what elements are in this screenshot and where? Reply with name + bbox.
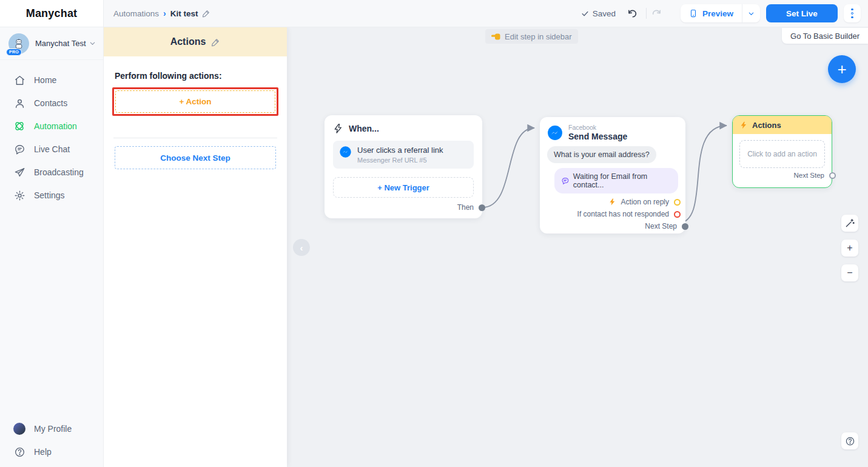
- preview-dropdown-button[interactable]: [742, 4, 760, 22]
- question-circle-icon: [845, 436, 855, 446]
- tutorial-highlight-box: + Action: [112, 87, 278, 116]
- topbar-actions: Saved Preview Set Live: [581, 4, 861, 22]
- send-message-ports: Action on reply If contact has not respo…: [547, 198, 678, 230]
- pointing-hand-icon: [491, 33, 500, 41]
- then-connector-dot[interactable]: [479, 204, 485, 211]
- flow-title: Kit test: [170, 9, 198, 18]
- reply-bubble-icon: [561, 176, 570, 186]
- help-button[interactable]: [841, 432, 858, 449]
- redo-button[interactable]: [651, 8, 662, 19]
- sidebar-item-broadcasting[interactable]: Broadcasting: [0, 161, 103, 184]
- more-options-kebab-button[interactable]: [844, 4, 861, 22]
- sidebar-nav: Home Contacts Automation Live Chat Broad…: [0, 69, 103, 207]
- gear-icon: [13, 189, 25, 201]
- breadcrumb-automations[interactable]: Automations: [113, 9, 159, 18]
- breadcrumb-chevron-icon: ›: [163, 8, 166, 18]
- messenger-icon: [339, 146, 352, 158]
- question-circle-icon: [13, 446, 25, 458]
- add-action-button[interactable]: + Action: [115, 90, 275, 113]
- add-action-placeholder-button[interactable]: Click to add an action: [739, 140, 825, 168]
- send-message-node[interactable]: Facebook Send Message What is your email…: [540, 117, 685, 234]
- sidebar-item-settings[interactable]: Settings: [0, 184, 103, 207]
- sidebar-footer: My Profile Help: [0, 417, 103, 467]
- automation-icon: [13, 120, 25, 132]
- add-step-fab-button[interactable]: +: [828, 55, 856, 83]
- go-to-basic-builder-button[interactable]: Go To Basic Builder: [782, 28, 868, 44]
- waiting-for-reply-bubble[interactable]: Waiting for Email from contact...: [554, 168, 678, 193]
- undo-button[interactable]: [627, 8, 638, 19]
- not-responded-port[interactable]: If contact has not responded: [547, 210, 681, 218]
- check-icon: [581, 10, 589, 18]
- next-step-port[interactable]: Next Step: [547, 222, 688, 230]
- chevron-down-icon: [89, 40, 96, 47]
- then-port[interactable]: Then: [333, 203, 485, 212]
- messenger-icon: [547, 125, 563, 141]
- sidebar-item-home[interactable]: Home: [0, 69, 103, 92]
- sidebar-item-live-chat[interactable]: Live Chat: [0, 138, 103, 161]
- profile-avatar: [13, 423, 25, 435]
- trigger-item[interactable]: User clicks a referral link Messenger Re…: [333, 141, 474, 169]
- sidebar-item-automation[interactable]: Automation: [0, 115, 103, 138]
- sidebar-item-my-profile[interactable]: My Profile: [0, 417, 103, 440]
- action-bolt-icon: [608, 198, 616, 206]
- divider: [113, 138, 277, 138]
- saved-status: Saved: [581, 9, 616, 18]
- home-icon: [13, 74, 25, 86]
- account-switcher[interactable]: PRO Manychat Test: [0, 27, 103, 60]
- manychat-logo[interactable]: Manychat: [26, 7, 78, 20]
- next-step-connector-dot[interactable]: [682, 223, 688, 230]
- panel-title: Actions: [170, 36, 206, 47]
- canvas-controls: + −: [841, 215, 858, 281]
- send-message-header: Facebook Send Message: [547, 124, 678, 141]
- trigger-subtitle: Messenger Ref URL #5: [357, 156, 443, 164]
- zoom-in-button[interactable]: +: [841, 240, 858, 257]
- actions-section-label: Perform following actions:: [115, 71, 276, 81]
- action-on-reply-port[interactable]: Action on reply: [547, 198, 681, 206]
- account-avatar: PRO: [8, 33, 29, 54]
- next-step-port[interactable]: Next Step: [733, 172, 836, 179]
- chat-bubble-icon: [13, 143, 25, 155]
- flow-canvas[interactable]: Edit step in sidebar Go To Basic Builder…: [287, 27, 868, 467]
- reply-connector-ring[interactable]: [674, 199, 681, 206]
- rename-step-pencil-icon[interactable]: [211, 38, 220, 47]
- logo-area: Manychat: [0, 0, 104, 27]
- breadcrumb: Automations › Kit test: [113, 8, 210, 18]
- sidebar: PRO Manychat Test Home Contacts Automati…: [0, 27, 104, 467]
- flow-connectors: [287, 27, 868, 467]
- divider: [646, 8, 647, 19]
- preview-button[interactable]: Preview: [681, 4, 742, 22]
- action-bolt-icon: [739, 121, 748, 130]
- next-step-connector-ring[interactable]: [829, 172, 836, 179]
- lightning-bolt-icon: [333, 123, 343, 134]
- actions-node-selected[interactable]: Actions Click to add an action Next Step: [732, 115, 832, 188]
- channel-label: Facebook: [568, 124, 627, 132]
- message-bubble[interactable]: What is your email address?: [547, 146, 656, 163]
- zoom-out-button[interactable]: −: [841, 264, 858, 281]
- when-node-header: When...: [333, 123, 474, 134]
- collapse-panel-button[interactable]: ‹: [293, 239, 310, 256]
- top-bar: Manychat Automations › Kit test Saved Pr…: [0, 0, 868, 27]
- auto-arrange-wand-button[interactable]: [841, 215, 858, 232]
- paper-plane-icon: [13, 166, 25, 178]
- when-trigger-node[interactable]: When... User clicks a referral link Mess…: [325, 115, 482, 218]
- choose-next-step-button[interactable]: Choose Next Step: [115, 146, 276, 169]
- new-trigger-button[interactable]: + New Trigger: [333, 177, 474, 198]
- trigger-title: User clicks a referral link: [357, 146, 443, 155]
- magic-wand-icon: [845, 218, 855, 228]
- edit-step-hint-tooltip: Edit step in sidebar: [485, 29, 578, 44]
- step-editor-panel: Actions Perform following actions: + Act…: [104, 27, 287, 467]
- account-name: Manychat Test: [35, 39, 89, 48]
- rename-flow-pencil-icon[interactable]: [202, 9, 210, 18]
- node-title: Send Message: [568, 132, 627, 142]
- sidebar-item-contacts[interactable]: Contacts: [0, 92, 103, 115]
- pro-badge: PRO: [6, 49, 22, 56]
- panel-body: Perform following actions: + Action Choo…: [104, 56, 287, 169]
- panel-header: Actions: [104, 27, 287, 56]
- preview-split-button: Preview: [681, 4, 760, 22]
- actions-node-header: Actions: [733, 116, 832, 134]
- phone-icon: [689, 8, 698, 18]
- sidebar-item-help[interactable]: Help: [0, 440, 103, 463]
- chevron-down-icon: [748, 10, 755, 17]
- no-response-connector-ring[interactable]: [674, 211, 681, 218]
- set-live-button[interactable]: Set Live: [766, 4, 838, 22]
